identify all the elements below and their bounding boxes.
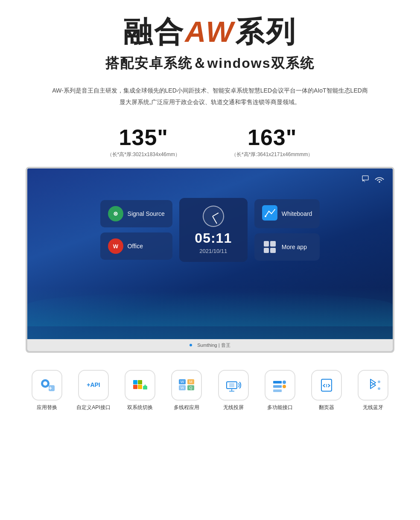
office-icon: W: [108, 238, 123, 254]
signal-source-btn[interactable]: Signal Source: [100, 200, 172, 227]
clock-widget: 05:11 2021/10/11: [179, 198, 248, 262]
description: AW-系列是音王自主研发，集成全球领先的LED小间距技术、智能安卓系统智慧LED…: [0, 77, 420, 107]
feature-multi-port-icon-box: [265, 370, 295, 401]
feature-dual-system-label: 双系统切换: [127, 404, 153, 411]
feature-page-turner: 翻页器: [306, 370, 348, 411]
whiteboard-icon: [262, 205, 277, 222]
main-title: 融合AW系列: [0, 13, 420, 52]
svg-point-31: [283, 381, 286, 384]
screen-top-icons: [36, 175, 384, 185]
svg-text:+API: +API: [87, 381, 100, 388]
clock-date: 2021/10/11: [191, 248, 236, 254]
header: 融合AW系列 搭配安卓系统＆windows双系统: [0, 0, 420, 77]
subtitle: 搭配安卓系统＆windows双系统: [0, 54, 420, 73]
svg-rect-5: [262, 205, 277, 221]
svg-rect-14: [138, 385, 142, 389]
office-label: Office: [128, 243, 143, 250]
right-app-col: Whiteboard More app: [254, 199, 320, 261]
svg-rect-27: [229, 383, 234, 387]
feature-wireless-cast-label: 无线投屏: [223, 404, 244, 411]
svg-text:Q: Q: [190, 386, 192, 390]
feature-api: +API 自定义API接口: [72, 370, 114, 411]
svg-rect-11: [133, 380, 137, 384]
screen-bottom-bar: Sumthing | 音王: [27, 339, 393, 351]
title-part2: 系列: [235, 15, 297, 48]
feature-wireless-cast-icon-box: [218, 370, 249, 401]
cast-icon: [362, 175, 371, 185]
bluetooth-icon: [364, 376, 382, 395]
spec-135-detail: （长*高*厚:3021x1834x46mm）: [107, 151, 180, 158]
screen-display: Signal Source W Office: [27, 168, 393, 339]
feature-app-switch-icon-box: [32, 370, 62, 401]
feature-bluetooth-icon-box: [358, 370, 388, 401]
svg-point-38: [378, 387, 380, 390]
clock-time: 05:11: [191, 230, 236, 246]
svg-point-33: [283, 385, 286, 388]
feature-api-label: 自定义API接口: [76, 404, 110, 411]
feature-dual-system-icon-box: [125, 370, 155, 401]
more-app-label: More app: [282, 244, 307, 250]
screen-horizon: [27, 292, 393, 326]
svg-text:W: W: [181, 386, 184, 390]
office-btn[interactable]: W Office: [100, 232, 172, 260]
app-switch-icon: [38, 376, 56, 395]
feature-multi-app-label: 多线程应用: [174, 404, 199, 411]
feature-page-turner-icon-box: [311, 370, 342, 401]
svg-point-17: [146, 385, 146, 386]
svg-text:M: M: [190, 380, 193, 384]
spec-135-size: 135": [107, 125, 180, 150]
feature-app-switch: 应用替换: [26, 370, 68, 411]
whiteboard-label: Whiteboard: [282, 210, 312, 217]
svg-point-6: [265, 215, 266, 217]
spec-135: 135" （长*高*厚:3021x1834x46mm）: [107, 125, 180, 158]
app-grid: Signal Source W Office: [36, 198, 384, 262]
specs-section: 135" （长*高*厚:3021x1834x46mm） 163" （长*高*厚:…: [0, 125, 420, 158]
feature-multi-port-label: 多功能接口: [267, 404, 293, 411]
feature-app-switch-label: 应用替换: [37, 404, 57, 411]
more-app-btn[interactable]: More app: [254, 233, 320, 261]
feature-multi-app: W M W Q 多线程应用: [166, 370, 208, 411]
feature-multi-app-icon-box: W M W Q: [171, 370, 202, 401]
screen-mockup: Signal Source W Office: [26, 167, 394, 353]
svg-rect-0: [362, 176, 368, 180]
feature-wireless-cast: 无线投屏: [212, 370, 254, 411]
page-turner-icon: [317, 376, 336, 395]
multi-port-icon: [271, 376, 289, 395]
feature-dual-system: 双系统切换: [119, 370, 161, 411]
more-app-icon: [262, 239, 277, 255]
svg-rect-15: [143, 386, 147, 389]
title-part1: 融合: [123, 15, 185, 48]
wifi-icon: [375, 175, 384, 185]
svg-rect-30: [273, 381, 282, 383]
svg-rect-12: [138, 380, 142, 384]
title-aw: AW: [185, 15, 235, 48]
svg-text:W: W: [113, 243, 118, 250]
feature-api-icon-box: +API: [78, 370, 109, 401]
svg-rect-32: [273, 385, 282, 388]
svg-rect-34: [273, 389, 282, 392]
dual-system-icon: [131, 376, 149, 395]
feature-bluetooth: 无线蓝牙: [352, 370, 394, 411]
svg-text:W: W: [181, 380, 184, 384]
svg-point-16: [144, 385, 145, 386]
spec-163: 163" （长*高*厚:3641x2171x46mmmm）: [231, 125, 313, 158]
svg-point-8: [43, 381, 47, 386]
svg-point-37: [378, 381, 380, 383]
whiteboard-btn[interactable]: Whiteboard: [254, 199, 320, 228]
screen-bottom-dot: [190, 344, 192, 346]
spec-163-detail: （长*高*厚:3641x2171x46mmmm）: [231, 151, 313, 158]
feature-bluetooth-label: 无线蓝牙: [363, 404, 383, 411]
svg-rect-13: [133, 385, 137, 389]
left-app-col: Signal Source W Office: [100, 200, 172, 260]
feature-multi-port: 多功能接口: [259, 370, 301, 411]
spec-163-size: 163": [231, 125, 313, 150]
description-text: AW-系列是音王自主研发，集成全球领先的LED小间距技术、智能安卓系统智慧LED…: [51, 85, 369, 107]
screen-brand: Sumthing | 音王: [197, 342, 230, 349]
api-icon: +API: [84, 376, 103, 395]
wireless-cast-icon: [224, 376, 243, 395]
multi-app-icon: W M W Q: [177, 376, 196, 395]
features-section: 应用替换 +API 自定义API接口: [17, 370, 403, 411]
signal-source-label: Signal Source: [128, 210, 165, 217]
signal-source-icon: [108, 206, 123, 221]
feature-page-turner-label: 翻页器: [319, 404, 334, 411]
